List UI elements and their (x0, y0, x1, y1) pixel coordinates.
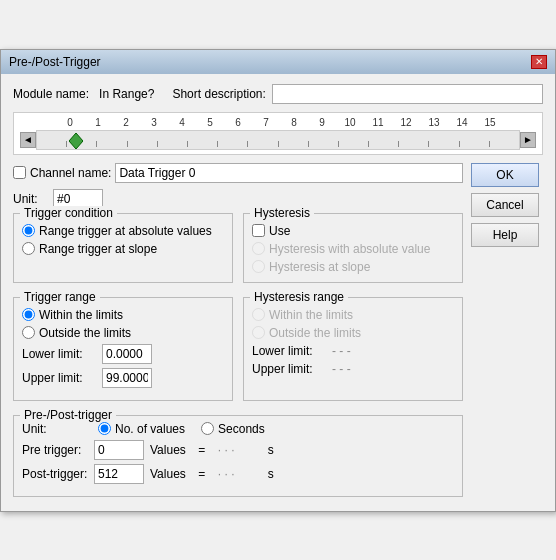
unit-no-of-values-text: No. of values (115, 422, 185, 436)
module-name-label: Module name: (13, 87, 89, 101)
short-desc-input[interactable] (272, 84, 543, 104)
tick-11: 11 (364, 117, 392, 128)
hysteresis-absolute-text: Hysteresis with absolute value (269, 242, 430, 256)
tick-14: 14 (448, 117, 476, 128)
tick-5: 5 (196, 117, 224, 128)
main-window: Pre-/Post-Trigger ✕ Module name: In Rang… (0, 49, 556, 512)
tick-10: 10 (336, 117, 364, 128)
pre-trigger-row: Pre trigger: Values = · · · s (22, 440, 454, 460)
post-trigger-label: Post-trigger: (22, 467, 94, 481)
hyst-upper-row: Upper limit: - - - (252, 362, 454, 376)
hyst-lower-row: Lower limit: - - - (252, 344, 454, 358)
unit-label: Unit: (13, 192, 53, 206)
timeline-numbers: 0 1 2 3 4 5 6 7 8 9 10 11 12 13 14 15 (20, 117, 536, 128)
pp-unit-group: No. of values Seconds (98, 422, 265, 436)
short-desc-label: Short description: (172, 87, 265, 101)
hysteresis-absolute-label: Hysteresis with absolute value (252, 242, 454, 256)
outside-limits-radio[interactable] (22, 326, 35, 339)
unit-no-of-values-radio[interactable] (98, 422, 111, 435)
trigger-range-slope-label[interactable]: Range trigger at slope (22, 242, 224, 256)
hysteresis-range-section: Hysteresis range Within the limits Outsi… (243, 297, 463, 401)
window-title: Pre-/Post-Trigger (9, 55, 101, 69)
pre-post-title: Pre-/Post-trigger (20, 408, 116, 422)
outside-limits-label[interactable]: Outside the limits (22, 326, 224, 340)
hysteresis-title: Hysteresis (250, 206, 314, 220)
post-trigger-mid: Values (150, 467, 186, 481)
trigger-lower-input[interactable] (102, 344, 152, 364)
title-bar: Pre-/Post-Trigger ✕ (1, 50, 555, 74)
tick-15: 15 (476, 117, 504, 128)
post-trigger-s: s (268, 467, 274, 481)
pp-unit-label: Unit: (22, 422, 94, 436)
tick-4: 4 (168, 117, 196, 128)
channel-checkbox-label[interactable]: Channel name: (13, 166, 111, 180)
hysteresis-slope-radio (252, 260, 265, 273)
button-column: OK Cancel Help (471, 163, 543, 501)
unit-seconds-label[interactable]: Seconds (201, 422, 265, 436)
hysteresis-use-label[interactable]: Use (252, 224, 454, 238)
post-trigger-row: Post-trigger: Values = · · · s (22, 464, 454, 484)
trigger-upper-label: Upper limit: (22, 371, 102, 385)
pre-trigger-eq: = (192, 443, 212, 457)
tick-0: 0 (56, 117, 84, 128)
tick-3: 3 (140, 117, 168, 128)
trigger-upper-row: Upper limit: (22, 368, 224, 388)
pre-trigger-input[interactable] (94, 440, 144, 460)
trigger-upper-input[interactable] (102, 368, 152, 388)
unit-seconds-radio[interactable] (201, 422, 214, 435)
header-row: Module name: In Range? Short description… (13, 84, 543, 104)
post-trigger-dots: · · · (218, 467, 258, 481)
channel-checkbox[interactable] (13, 166, 26, 179)
timeline-track: ◄ (20, 130, 536, 150)
tick-9: 9 (308, 117, 336, 128)
hyst-within-limits-radio (252, 308, 265, 321)
hysteresis-absolute-radio (252, 242, 265, 255)
hyst-within-limits-text: Within the limits (269, 308, 353, 322)
trigger-range-slope-text: Range trigger at slope (39, 242, 157, 256)
channel-name-input[interactable] (115, 163, 463, 183)
trigger-condition-title: Trigger condition (20, 206, 117, 220)
trigger-lower-label: Lower limit: (22, 347, 102, 361)
timeline-left-arrow[interactable]: ◄ (20, 132, 36, 148)
hyst-upper-value: - - - (332, 362, 351, 376)
pre-trigger-label: Pre trigger: (22, 443, 94, 457)
tick-12: 12 (392, 117, 420, 128)
hyst-within-limits-label: Within the limits (252, 308, 454, 322)
trigger-range-absolute-radio[interactable] (22, 224, 35, 237)
tick-13: 13 (420, 117, 448, 128)
pre-post-unit-row: Unit: No. of values Seconds (22, 422, 454, 436)
trigger-range-group: Within the limits Outside the limits (22, 308, 224, 340)
tick-7: 7 (252, 117, 280, 128)
channel-row: Channel name: (13, 163, 463, 183)
ok-button[interactable]: OK (471, 163, 539, 187)
help-button[interactable]: Help (471, 223, 539, 247)
trigger-range-absolute-label[interactable]: Range trigger at absolute values (22, 224, 224, 238)
pre-trigger-mid: Values (150, 443, 186, 457)
hysteresis-use-checkbox[interactable] (252, 224, 265, 237)
trigger-range-section: Trigger range Within the limits Outside … (13, 297, 233, 401)
close-button[interactable]: ✕ (531, 55, 547, 69)
module-name-value: In Range? (99, 87, 154, 101)
within-limits-label[interactable]: Within the limits (22, 308, 224, 322)
post-trigger-eq: = (192, 467, 212, 481)
hysteresis-use-text: Use (269, 224, 290, 238)
within-limits-radio[interactable] (22, 308, 35, 321)
pre-post-section: Pre-/Post-trigger Unit: No. of values Se… (13, 415, 463, 497)
timeline-right-arrow[interactable]: ► (520, 132, 536, 148)
main-left: Channel name: Unit: Trigger condition (13, 163, 463, 501)
main-layout: Channel name: Unit: Trigger condition (13, 163, 543, 501)
cancel-button[interactable]: Cancel (471, 193, 539, 217)
post-trigger-input[interactable] (94, 464, 144, 484)
pre-trigger-dots: · · · (218, 443, 258, 457)
hyst-lower-value: - - - (332, 344, 351, 358)
within-limits-text: Within the limits (39, 308, 123, 322)
trigger-condition-section: Trigger condition Range trigger at absol… (13, 213, 233, 283)
trigger-condition-group: Range trigger at absolute values Range t… (22, 224, 224, 256)
hyst-upper-label: Upper limit: (252, 362, 332, 376)
unit-no-of-values-label[interactable]: No. of values (98, 422, 185, 436)
hysteresis-range-title: Hysteresis range (250, 290, 348, 304)
tick-8: 8 (280, 117, 308, 128)
trigger-hysteresis-row: Trigger condition Range trigger at absol… (13, 213, 463, 291)
trigger-range-slope-radio[interactable] (22, 242, 35, 255)
trigger-range-title: Trigger range (20, 290, 100, 304)
